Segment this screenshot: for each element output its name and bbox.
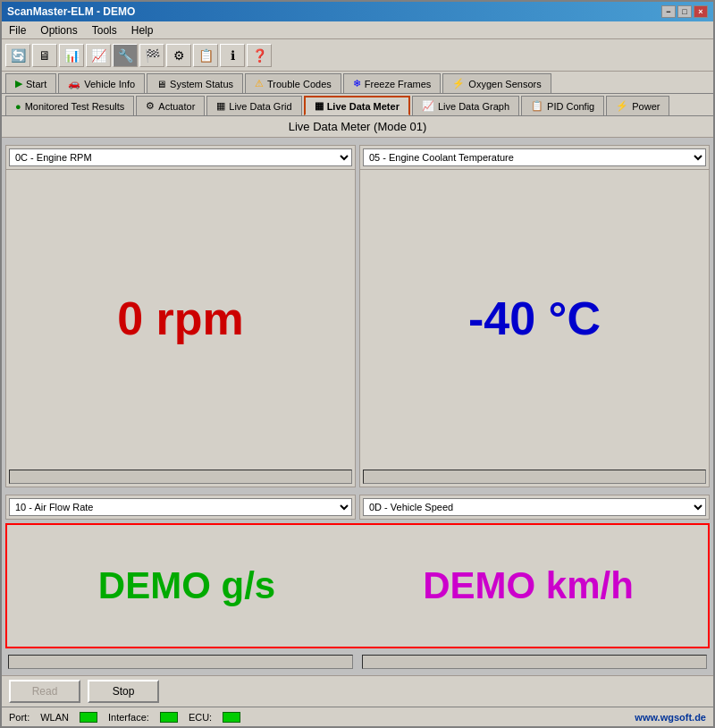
toolbar-btn-1[interactable]: 🔄 — [5, 44, 30, 67]
port-value: WLAN — [40, 712, 69, 723]
top-gauge-grid: 0C - Engine RPM 0 rpm 05 - Engine Coolan… — [2, 141, 713, 491]
vehicle-icon: 🚗 — [68, 78, 80, 89]
toolbar-btn-4[interactable]: 📈 — [86, 44, 111, 67]
tab-system-status[interactable]: 🖥 System Status — [147, 73, 243, 93]
menu-bar: File Options Tools Help — [2, 21, 713, 39]
bottom-gauge-section: 10 - Air Flow Rate 0D - Vehicle Speed — [2, 491, 713, 675]
toolbar-btn-10[interactable]: ❓ — [247, 44, 272, 67]
gauge-speed-progress — [362, 655, 707, 669]
pid-icon: 📋 — [531, 100, 543, 112]
interface-label: Interface: — [108, 712, 149, 723]
bottom-progress-bars — [5, 652, 710, 672]
tab-actuator[interactable]: ⚙ Actuator — [136, 96, 205, 115]
gauge-coolant-progress — [363, 470, 706, 484]
website-link[interactable]: www.wgsoft.de — [635, 712, 706, 723]
toolbar: 🔄 🖥 📊 📈 🔧 🏁 ⚙ 📋 ℹ ❓ — [2, 39, 713, 72]
tab-monitored[interactable]: ● Monitored Test Results — [5, 96, 134, 115]
tab-power[interactable]: ⚡ Power — [606, 96, 669, 115]
status-bar: Port: WLAN Interface: ECU: www.wgsoft.de — [2, 707, 713, 726]
toolbar-btn-8[interactable]: 📋 — [193, 44, 218, 67]
gauge-airflow-select[interactable]: 10 - Air Flow Rate — [9, 498, 352, 516]
warning-icon: ⚠ — [255, 78, 264, 89]
ecu-indicator — [223, 712, 240, 723]
read-button[interactable]: Read — [9, 680, 80, 703]
menu-options[interactable]: Options — [37, 23, 80, 38]
tab-start[interactable]: ▶ Start — [5, 73, 56, 93]
interface-indicator — [160, 712, 178, 723]
app-title: ScanMaster-ELM - DEMO — [7, 5, 135, 18]
title-bar-controls: − □ × — [661, 5, 708, 18]
tab-pid-config[interactable]: 📋 PID Config — [521, 96, 604, 115]
toolbar-btn-9[interactable]: ℹ — [220, 44, 245, 67]
start-icon: ▶ — [15, 78, 22, 89]
title-bar: ScanMaster-ELM - DEMO − □ × — [2, 2, 713, 21]
power-icon: ⚡ — [616, 100, 628, 112]
menu-help[interactable]: Help — [128, 23, 157, 38]
gauge-rpm-value: 0 rpm — [6, 170, 355, 467]
gauge-speed-select-row: 0D - Vehicle Speed — [359, 495, 710, 520]
maximize-button[interactable]: □ — [677, 5, 692, 18]
gauge-rpm-select[interactable]: 0C - Engine RPM — [9, 148, 352, 166]
content-area: Live Data Meter (Mode 01) 0C - Engine RP… — [2, 116, 713, 726]
gauge-coolant-select-row: 05 - Engine Coolant Temperature — [360, 146, 709, 170]
monitored-icon: ● — [15, 101, 21, 112]
gauge-airflow-panel: 10 - Air Flow Rate — [5, 495, 356, 520]
menu-tools[interactable]: Tools — [88, 23, 121, 38]
gauge-coolant-value: -40 °C — [360, 170, 709, 467]
bottom-controls: Read Stop — [2, 675, 713, 707]
tab-row-2: ● Monitored Test Results ⚙ Actuator ▦ Li… — [2, 94, 713, 116]
close-button[interactable]: × — [694, 5, 708, 18]
app-window: ScanMaster-ELM - DEMO − □ × File Options… — [0, 0, 715, 728]
tab-vehicle-info[interactable]: 🚗 Vehicle Info — [58, 73, 145, 93]
gauge-rpm-select-row: 0C - Engine RPM — [6, 146, 355, 170]
section-title: Live Data Meter (Mode 01) — [2, 116, 713, 138]
toolbar-btn-3[interactable]: 📊 — [59, 44, 84, 67]
gauge-coolant-panel: 05 - Engine Coolant Temperature -40 °C — [359, 145, 710, 487]
freeze-icon: ❄ — [353, 78, 361, 89]
meter-icon: ▦ — [315, 100, 324, 112]
port-indicator — [80, 712, 97, 723]
grid-icon: ▦ — [216, 100, 225, 112]
demo-airflow-value: DEMO g/s — [16, 543, 358, 629]
port-label: Port: — [9, 712, 29, 723]
tab-freeze-frames[interactable]: ❄ Freeze Frames — [343, 73, 442, 93]
ecu-label: ECU: — [189, 712, 212, 723]
toolbar-btn-6[interactable]: 🏁 — [139, 44, 164, 67]
gauge-speed-panel: 0D - Vehicle Speed — [359, 495, 710, 520]
tab-trouble-codes[interactable]: ⚠ Trouble Codes — [245, 73, 341, 93]
tab-live-data-grid[interactable]: ▦ Live Data Grid — [206, 96, 301, 115]
gauge-rpm-panel: 0C - Engine RPM 0 rpm — [5, 145, 356, 487]
tab-row-1: ▶ Start 🚗 Vehicle Info 🖥 System Status ⚠… — [2, 72, 713, 94]
toolbar-btn-2[interactable]: 🖥 — [32, 44, 57, 67]
gauge-coolant-select[interactable]: 05 - Engine Coolant Temperature — [363, 148, 706, 166]
tab-live-data-graph[interactable]: 📈 Live Data Graph — [412, 96, 519, 115]
stop-button[interactable]: Stop — [88, 680, 159, 703]
gauge-speed-select[interactable]: 0D - Vehicle Speed — [363, 498, 706, 516]
tab-live-data-meter[interactable]: ▦ Live Data Meter — [304, 96, 410, 115]
minimize-button[interactable]: − — [661, 5, 676, 18]
tab-oxygen-sensors[interactable]: ⚡ Oxygen Sensors — [442, 73, 551, 93]
demo-outline-box: DEMO g/s DEMO km/h — [5, 523, 710, 648]
system-icon: 🖥 — [156, 79, 166, 89]
gauge-airflow-select-row: 10 - Air Flow Rate — [5, 495, 356, 520]
oxygen-icon: ⚡ — [452, 78, 465, 89]
toolbar-btn-5[interactable]: 🔧 — [113, 44, 138, 67]
graph-icon: 📈 — [422, 100, 434, 112]
toolbar-btn-7[interactable]: ⚙ — [166, 44, 191, 67]
menu-file[interactable]: File — [5, 23, 29, 38]
gauge-airflow-progress — [8, 655, 353, 669]
gauge-rpm-progress — [9, 470, 352, 484]
actuator-icon: ⚙ — [146, 100, 155, 112]
demo-speed-value: DEMO km/h — [358, 543, 699, 629]
